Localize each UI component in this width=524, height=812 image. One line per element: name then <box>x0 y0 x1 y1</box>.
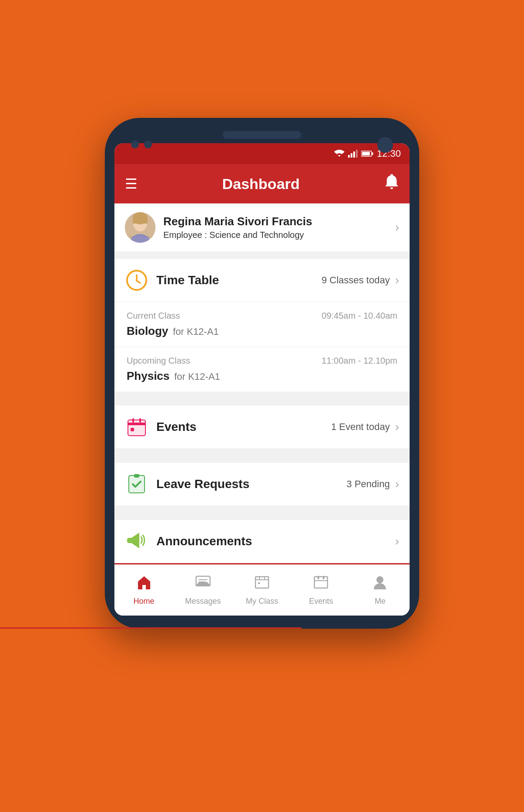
leave-requests-title: Leave Requests <box>156 477 347 491</box>
announcements-icon <box>125 530 148 553</box>
nav-events-icon <box>313 575 329 594</box>
current-class-label: Current Class <box>127 311 180 321</box>
timetable-header[interactable]: Time Table 9 Classes today › <box>114 259 410 302</box>
nav-me-label: Me <box>375 597 386 606</box>
phone-shell: 12:30 ☰ Dashboard <box>105 118 419 629</box>
notification-bell-icon[interactable] <box>384 174 399 193</box>
phone-speaker <box>223 131 301 139</box>
leave-requests-header[interactable]: Leave Requests 3 Pending › <box>114 463 410 506</box>
nav-messages[interactable]: Messages <box>173 564 232 616</box>
svg-rect-5 <box>372 152 373 155</box>
nav-myclass-label: My Class <box>246 597 278 606</box>
announcements-header[interactable]: Announcements › <box>114 520 410 563</box>
leave-requests-icon <box>125 472 148 496</box>
announcements-card: Announcements › <box>114 520 410 563</box>
section-gap-3 <box>114 449 410 456</box>
svg-rect-27 <box>323 576 324 579</box>
myclass-icon <box>254 575 270 594</box>
svg-rect-13 <box>128 420 145 436</box>
wifi-icon <box>334 150 345 158</box>
upcoming-class-top: Upcoming Class 11:00am - 12.10pm <box>127 356 397 366</box>
svg-rect-25 <box>314 577 328 588</box>
svg-rect-1 <box>351 153 352 158</box>
announcements-title: Announcements <box>156 534 390 548</box>
nav-myclass[interactable]: My Class <box>232 564 291 616</box>
leave-requests-card: Leave Requests 3 Pending › <box>114 463 410 506</box>
profile-info: Regina Maria Sivori Francis Employee : S… <box>163 215 395 240</box>
content-area: Regina Maria Sivori Francis Employee : S… <box>114 203 410 616</box>
section-gap-2 <box>114 392 410 399</box>
bottom-nav: Home Messages <box>114 563 410 616</box>
profile-row[interactable]: Regina Maria Sivori Francis Employee : S… <box>114 203 410 252</box>
leave-requests-chevron-icon: › <box>395 477 399 491</box>
svg-rect-17 <box>131 428 134 431</box>
upcoming-class-name: Physics for K12-A1 <box>127 369 397 383</box>
svg-rect-18 <box>129 475 145 493</box>
svg-rect-0 <box>348 155 350 158</box>
upcoming-class-row[interactable]: Upcoming Class 11:00am - 12.10pm Physics… <box>114 347 410 392</box>
upcoming-class-label: Upcoming Class <box>127 356 190 366</box>
announcements-chevron-icon: › <box>395 534 399 548</box>
current-class-time: 09:45am - 10.40am <box>322 311 397 321</box>
phone-screen: 12:30 ☰ Dashboard <box>114 143 410 616</box>
status-bar: 12:30 <box>114 143 410 164</box>
timetable-chevron-icon: › <box>395 273 399 287</box>
nav-home[interactable]: Home <box>114 564 173 616</box>
events-chevron-icon: › <box>395 420 399 434</box>
app-bar-title: Dashboard <box>222 175 300 193</box>
profile-chevron-icon: › <box>395 220 399 234</box>
profile-name: Regina Maria Sivori Francis <box>163 215 395 228</box>
home-icon <box>136 575 152 594</box>
leave-requests-subtitle: 3 Pending <box>347 478 390 490</box>
phone-dots <box>131 141 152 148</box>
svg-rect-14 <box>128 423 145 425</box>
svg-point-28 <box>376 576 383 583</box>
svg-rect-6 <box>362 152 370 155</box>
phone-dot-2 <box>144 141 152 148</box>
events-header[interactable]: Events 1 Event today › <box>114 406 410 449</box>
avatar-image <box>125 212 155 243</box>
clock-icon <box>125 268 148 292</box>
svg-rect-3 <box>356 150 358 158</box>
avatar <box>125 212 155 243</box>
svg-rect-2 <box>353 151 355 158</box>
svg-rect-15 <box>132 418 134 423</box>
menu-icon[interactable]: ☰ <box>125 175 138 192</box>
battery-icon <box>361 150 373 157</box>
svg-rect-24 <box>255 577 269 588</box>
profile-role: Employee : Science and Technology <box>163 230 395 240</box>
upcoming-class-for: for K12-A1 <box>172 371 220 382</box>
timetable-subtitle: 9 Classes today <box>321 275 390 286</box>
messages-icon <box>195 575 211 594</box>
role-value: Science and Technology <box>210 230 304 240</box>
section-gap-1 <box>114 252 410 259</box>
current-class-for: for K12-A1 <box>170 326 219 337</box>
section-gap-4 <box>114 506 410 513</box>
nav-messages-label: Messages <box>185 597 221 606</box>
nav-events-label: Events <box>309 597 333 606</box>
phone-camera <box>377 137 393 153</box>
events-icon <box>125 415 148 439</box>
phone-dot-1 <box>131 141 139 148</box>
timetable-title: Time Table <box>156 273 321 287</box>
svg-rect-20 <box>134 474 139 478</box>
current-class-row[interactable]: Current Class 09:45am - 10.40am Biology … <box>114 302 410 347</box>
svg-rect-16 <box>139 418 141 423</box>
current-class-top: Current Class 09:45am - 10.40am <box>127 311 397 321</box>
nav-home-label: Home <box>134 597 155 606</box>
timetable-card: Time Table 9 Classes today › Current Cla… <box>114 259 410 392</box>
upcoming-class-time: 11:00am - 12.10pm <box>322 356 397 366</box>
nav-events[interactable]: Events <box>292 564 351 616</box>
events-card: Events 1 Event today › <box>114 406 410 449</box>
signal-icon <box>348 150 358 158</box>
role-label: Employee : <box>163 230 210 240</box>
me-icon <box>372 575 388 594</box>
app-bar: ☰ Dashboard <box>114 164 410 203</box>
events-title: Events <box>156 420 331 434</box>
current-class-name: Biology for K12-A1 <box>127 324 397 338</box>
svg-rect-26 <box>317 576 319 579</box>
events-subtitle: 1 Event today <box>331 421 390 433</box>
nav-me[interactable]: Me <box>351 564 410 616</box>
svg-rect-10 <box>133 218 148 224</box>
